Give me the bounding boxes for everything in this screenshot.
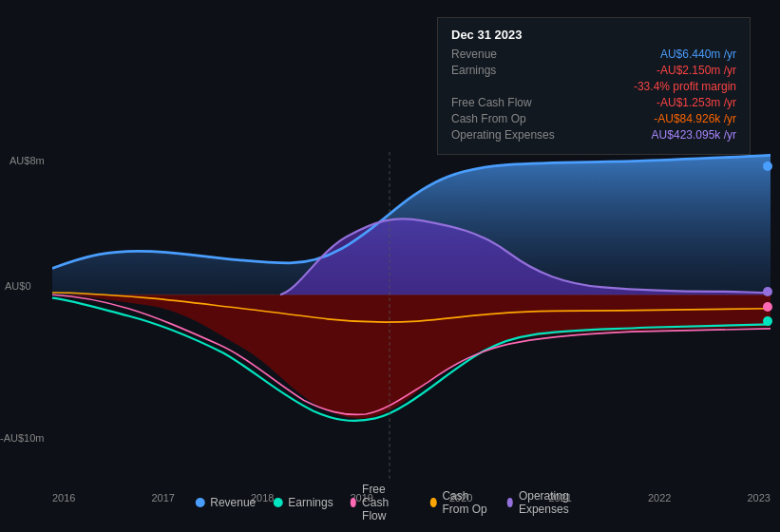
tooltip-label-fcf: Free Cash Flow [451,96,532,109]
legend-label-revenue: Revenue [210,496,256,509]
legend-item-revenue: Revenue [195,496,256,509]
legend-label-cashop: Cash From Op [442,489,489,516]
tooltip-value-cashop: -AU$84.926k /yr [654,112,736,125]
legend-label-opex: Operating Expenses [519,489,585,516]
legend-label-earnings: Earnings [288,496,333,509]
x-label-2022: 2022 [648,492,671,504]
legend-item-opex: Operating Expenses [507,489,585,516]
chart-legend: Revenue Earnings Free Cash Flow Cash Fro… [195,483,585,522]
legend-dot-cashop [430,498,436,507]
earnings-indicator [763,316,772,326]
legend-dot-opex [507,498,513,507]
x-label-2017: 2017 [152,492,175,504]
legend-dot-revenue [195,498,204,507]
tooltip-row-cashop: Cash From Op -AU$84.926k /yr [451,112,736,125]
chart-area[interactable] [52,152,770,480]
legend-item-earnings: Earnings [273,496,333,509]
x-label-2023: 2023 [748,492,770,504]
y-label-zero: AU$0 [5,280,31,292]
tooltip-value-fcf: -AU$1.253m /yr [656,96,736,109]
tooltip-label-cashop: Cash From Op [451,112,526,125]
tooltip-row-fcf: Free Cash Flow -AU$1.253m /yr [451,96,736,109]
tooltip-profit-value: -33.4% profit margin [634,80,736,93]
tooltip-row-earnings: Earnings -AU$2.150m /yr [451,64,736,77]
legend-item-cashop: Cash From Op [430,489,489,516]
fcf-indicator [763,302,772,312]
y-label-top: AU$8m [10,155,45,166]
tooltip-row-opex: Operating Expenses AU$423.095k /yr [451,128,736,142]
legend-dot-earnings [273,498,282,507]
legend-dot-fcf [351,498,356,507]
tooltip-label-revenue: Revenue [451,48,497,61]
legend-item-fcf: Free Cash Flow [351,483,413,522]
opex-indicator [763,287,772,296]
tooltip-profit-margin: -33.4% profit margin [451,80,736,93]
tooltip-title: Dec 31 2023 [451,28,736,42]
tooltip-row-revenue: Revenue AU$6.440m /yr [451,48,736,61]
tooltip-label-earnings: Earnings [451,64,496,77]
tooltip-label-opex: Operating Expenses [451,128,555,142]
tooltip-card: Dec 31 2023 Revenue AU$6.440m /yr Earnin… [437,17,751,155]
legend-label-fcf: Free Cash Flow [362,483,413,522]
tooltip-value-opex: AU$423.095k /yr [652,128,736,142]
tooltip-value-earnings: -AU$2.150m /yr [656,64,736,77]
tooltip-value-revenue: AU$6.440m /yr [660,48,736,61]
y-label-bottom: -AU$10m [0,432,44,444]
x-label-2016: 2016 [52,492,75,504]
revenue-indicator [763,162,772,171]
